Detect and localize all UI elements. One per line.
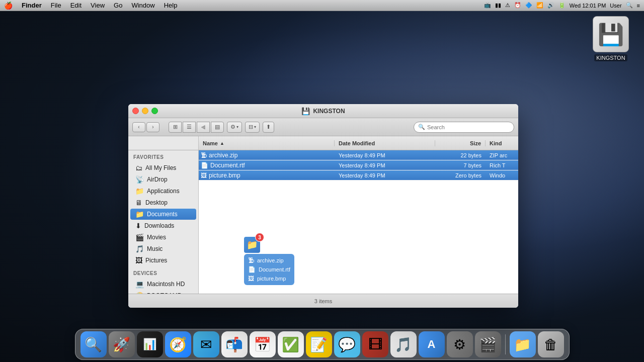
- dock-item-calendar[interactable]: 📅: [250, 331, 276, 357]
- sidebar-item-applications[interactable]: 📁 Applications: [130, 186, 196, 197]
- desktop-kingston-icon[interactable]: 💾 KINGSTON: [593, 16, 629, 61]
- icon-view-button[interactable]: ⊞: [169, 122, 182, 133]
- search-input[interactable]: [427, 124, 510, 130]
- sidebar-item-airdrop[interactable]: 📡 AirDrop: [130, 174, 196, 185]
- dock-item-notes[interactable]: 📝: [306, 331, 332, 357]
- downloads-icon: ⬇: [135, 222, 141, 230]
- table-row[interactable]: 🗜 archive.zip Yesterday 8:49 PM 22 bytes…: [199, 150, 518, 160]
- tray-time-machine: ⏰: [514, 2, 521, 9]
- arrange-chevron: ▾: [254, 125, 256, 129]
- sidebar-item-downloads[interactable]: ⬇ Downloads: [130, 220, 196, 231]
- dock-item-safari[interactable]: 🧭: [165, 331, 191, 357]
- menubar-user[interactable]: User: [610, 3, 621, 9]
- table-row[interactable]: 📄 Document.rtf Yesterday 8:49 PM 7 bytes…: [199, 160, 518, 170]
- arrange-button[interactable]: ⊟ ▾: [245, 122, 260, 133]
- search-box[interactable]: 🔍: [414, 122, 514, 133]
- menu-help[interactable]: Help: [160, 1, 182, 10]
- column-view-button[interactable]: ⫷: [197, 122, 210, 133]
- devices-label: DEVICES: [128, 266, 198, 278]
- desktop-icon-sidebar: 🖥: [135, 199, 142, 207]
- col-name[interactable]: Name ▲: [199, 140, 335, 146]
- list-view-button[interactable]: ☰: [183, 122, 196, 133]
- arrange-icon: ⊟: [249, 124, 253, 130]
- dock-item-trash[interactable]: 🗑: [538, 331, 564, 357]
- titlebar: 💾 KINGSTON: [128, 104, 518, 118]
- apple-menu[interactable]: 🍎: [4, 2, 13, 10]
- window-title-text: KINGSTON: [313, 108, 345, 115]
- tray-warn: ⚠: [505, 2, 510, 9]
- drag-bmp-icon: 🖼: [248, 275, 254, 282]
- favorites-label: FAVORITES: [128, 150, 198, 162]
- col-date[interactable]: Date Modified: [335, 140, 435, 146]
- dock-item-mail[interactable]: 📬: [221, 331, 248, 357]
- sidebar-item-desktop[interactable]: 🖥 Desktop: [130, 197, 196, 208]
- dock-item-rocket[interactable]: 🚀: [109, 331, 135, 357]
- sidebar-item-documents[interactable]: 📁 Documents: [130, 209, 196, 220]
- file-size: 22 bytes: [435, 152, 486, 158]
- sidebar-item-music[interactable]: 🎵 Music: [130, 243, 196, 254]
- dock-item-finder[interactable]: 🔍: [80, 331, 107, 357]
- tray-notifications[interactable]: ≡: [637, 3, 640, 9]
- launchpad-icon: 🚀: [109, 331, 135, 357]
- cover-flow-button[interactable]: ▤: [211, 122, 224, 133]
- dvd-icon: 🎬: [475, 331, 501, 357]
- drag-badge: 3: [255, 233, 264, 242]
- finder-icon: 🔍: [80, 331, 107, 357]
- menu-edit[interactable]: Edit: [66, 1, 86, 10]
- dock-item-istat[interactable]: 📊: [137, 331, 163, 357]
- file-kind: Windo: [486, 172, 518, 178]
- close-button[interactable]: [132, 108, 139, 114]
- dock-item-folder[interactable]: 📁: [510, 331, 536, 357]
- drag-rtf-icon: 📄: [248, 266, 256, 273]
- appstore-icon: A: [419, 331, 445, 357]
- bmp-icon: 🖼: [201, 172, 207, 179]
- col-kind[interactable]: Kind: [486, 140, 518, 146]
- dock-item-syspref[interactable]: ⚙: [447, 331, 473, 357]
- dock-item-messages[interactable]: 💬: [334, 331, 360, 357]
- file-area: 🗜 archive.zip Yesterday 8:49 PM 22 bytes…: [199, 150, 518, 308]
- back-button[interactable]: ‹: [132, 122, 145, 132]
- dock-item-stamp[interactable]: ✉: [193, 331, 219, 357]
- table-row[interactable]: 🖼 picture.bmp Yesterday 8:49 PM Zero byt…: [199, 170, 518, 180]
- file-kind: Rich T: [486, 162, 518, 168]
- menu-finder[interactable]: Finder: [18, 1, 46, 10]
- traffic-lights: [132, 108, 158, 114]
- dock-separator: [505, 334, 506, 354]
- file-date: Yesterday 8:49 PM: [335, 172, 435, 178]
- sidebar: FAVORITES 🗂 All My Files 📡 AirDrop 📁 App…: [128, 150, 199, 308]
- tray-battery-activity: ▮▮: [495, 2, 501, 9]
- sidebar-item-pictures[interactable]: 🖼 Pictures: [130, 255, 196, 266]
- menu-window[interactable]: Window: [127, 1, 158, 10]
- file-size: Zero bytes: [435, 172, 486, 178]
- sidebar-item-macintosh-hd[interactable]: 💻 Macintosh HD: [130, 279, 196, 290]
- action-button[interactable]: ⚙ ▾: [227, 122, 242, 133]
- dock-item-dvd[interactable]: 🎬: [475, 331, 501, 357]
- drag-tooltip: 📁 3 🗜 archive.zip 📄 Document.rtf: [244, 237, 294, 285]
- drag-file-item: 🗜 archive.zip: [248, 256, 290, 265]
- col-size[interactable]: Size: [435, 140, 486, 146]
- menu-file[interactable]: File: [47, 1, 65, 10]
- dock-item-itunes2[interactable]: 🎞: [362, 331, 388, 357]
- menubar-items: Finder File Edit View Go Window Help: [18, 1, 484, 10]
- menu-go[interactable]: Go: [110, 1, 126, 10]
- nav-buttons: ‹ ›: [132, 122, 159, 132]
- file-name-cell: 📄 Document.rtf: [199, 162, 335, 169]
- sidebar-item-all-my-files[interactable]: 🗂 All My Files: [130, 162, 196, 173]
- dock-item-appstore[interactable]: A: [419, 331, 445, 357]
- dock-item-itunes[interactable]: 🎵: [390, 331, 417, 357]
- sidebar-item-movies[interactable]: 🎬 Movies: [130, 232, 196, 243]
- tray-search[interactable]: 🔍: [626, 2, 633, 9]
- sidebar-label-applications: Applications: [147, 188, 180, 195]
- minimize-button[interactable]: [142, 108, 148, 114]
- sidebar-label-desktop: Desktop: [145, 199, 168, 206]
- maximize-button[interactable]: [151, 108, 158, 114]
- share-button[interactable]: ⬆: [263, 122, 274, 133]
- menu-view[interactable]: View: [87, 1, 109, 10]
- file-name-cell: 🗜 archive.zip: [199, 152, 335, 159]
- dock-item-reminders[interactable]: ✅: [278, 331, 304, 357]
- calendar-icon: 📅: [250, 331, 276, 357]
- forward-button[interactable]: ›: [146, 122, 159, 132]
- istat-icon: 📊: [137, 331, 163, 357]
- file-name: archive.zip: [209, 152, 237, 159]
- sidebar-label-movies: Movies: [147, 234, 166, 241]
